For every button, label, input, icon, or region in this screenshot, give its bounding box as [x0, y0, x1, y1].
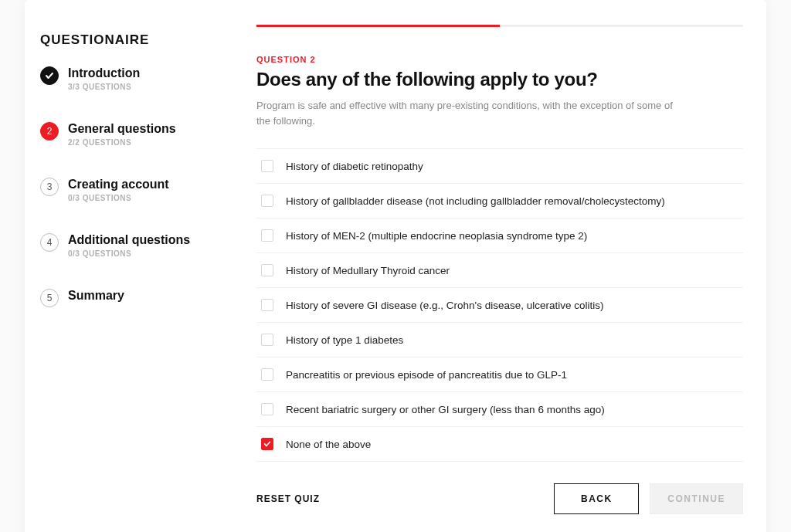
options-list: History of diabetic retinopathyHistory o… — [256, 148, 743, 462]
option-row[interactable]: History of diabetic retinopathy — [256, 149, 743, 184]
option-checkbox[interactable] — [261, 160, 273, 172]
option-label: History of MEN-2 (multiple endocrine neo… — [286, 230, 587, 242]
step-number-badge: 3 — [40, 178, 59, 196]
questionnaire-card: QUESTIONAIRE Introduction3/3 QUESTIONS2G… — [25, 0, 766, 532]
step-subtext: 0/3 QUESTIONS — [68, 194, 169, 202]
option-label: History of type 1 diabetes — [286, 334, 403, 346]
check-icon — [40, 66, 59, 85]
step-label: Summary — [68, 289, 124, 303]
sidebar-title: QUESTIONAIRE — [40, 32, 226, 48]
footer-bar: RESET QUIZ BACK CONTINUE — [256, 483, 743, 514]
sidebar: QUESTIONAIRE Introduction3/3 QUESTIONS2G… — [25, 0, 233, 532]
question-number-label: QUESTION 2 — [256, 55, 743, 64]
option-row[interactable]: History of MEN-2 (multiple endocrine neo… — [256, 219, 743, 253]
option-row[interactable]: Pancreatitis or previous episode of panc… — [256, 357, 743, 392]
progress-track — [256, 25, 743, 27]
step-subtext: 0/3 QUESTIONS — [68, 249, 190, 258]
option-checkbox[interactable] — [261, 403, 273, 415]
progress-fill — [256, 25, 500, 27]
step-label: General questions — [68, 122, 176, 136]
option-checkbox[interactable] — [261, 299, 273, 311]
option-row[interactable]: History of severe GI disease (e.g., Croh… — [256, 288, 743, 323]
sidebar-step[interactable]: 5Summary — [40, 289, 226, 307]
option-checkbox[interactable] — [261, 438, 273, 450]
sidebar-step[interactable]: 4Additional questions0/3 QUESTIONS — [40, 233, 226, 258]
option-checkbox[interactable] — [261, 195, 273, 207]
step-number-badge: 5 — [40, 289, 59, 307]
option-label: None of the above — [286, 439, 371, 450]
option-label: Recent bariatric surgery or other GI sur… — [286, 404, 605, 415]
sidebar-step[interactable]: 3Creating account0/3 QUESTIONS — [40, 178, 226, 202]
step-label: Introduction — [68, 66, 140, 80]
option-label: History of diabetic retinopathy — [286, 161, 423, 172]
sidebar-step[interactable]: Introduction3/3 QUESTIONS — [40, 66, 226, 91]
step-subtext: 3/3 QUESTIONS — [68, 83, 140, 91]
option-label: Pancreatitis or previous episode of panc… — [286, 369, 567, 381]
option-checkbox[interactable] — [261, 334, 273, 346]
sidebar-step[interactable]: 2General questions2/2 QUESTIONS — [40, 122, 226, 147]
question-description: Program is safe and effective with many … — [256, 98, 689, 128]
option-row[interactable]: Recent bariatric surgery or other GI sur… — [256, 392, 743, 427]
step-subtext: 2/2 QUESTIONS — [68, 138, 176, 147]
option-checkbox[interactable] — [261, 229, 273, 242]
main-panel: QUESTION 2 Does any of the following app… — [233, 0, 766, 532]
question-title: Does any of the following apply to you? — [256, 69, 743, 90]
option-row[interactable]: History of type 1 diabetes — [256, 323, 743, 357]
step-number-badge: 4 — [40, 233, 59, 252]
step-label: Creating account — [68, 178, 169, 191]
option-checkbox[interactable] — [261, 368, 273, 381]
step-number-badge: 2 — [40, 122, 59, 141]
option-label: History of Medullary Thyroid cancer — [286, 265, 450, 276]
option-row[interactable]: History of Medullary Thyroid cancer — [256, 253, 743, 288]
option-row[interactable]: None of the above — [256, 427, 743, 462]
option-label: History of severe GI disease (e.g., Croh… — [286, 300, 604, 311]
step-label: Additional questions — [68, 233, 190, 247]
back-button[interactable]: BACK — [554, 483, 639, 514]
option-row[interactable]: History of gallbladder disease (not incl… — [256, 184, 743, 219]
option-checkbox[interactable] — [261, 264, 273, 276]
continue-button[interactable]: CONTINUE — [650, 483, 743, 514]
option-label: History of gallbladder disease (not incl… — [286, 195, 665, 207]
reset-quiz-link[interactable]: RESET QUIZ — [256, 493, 320, 504]
